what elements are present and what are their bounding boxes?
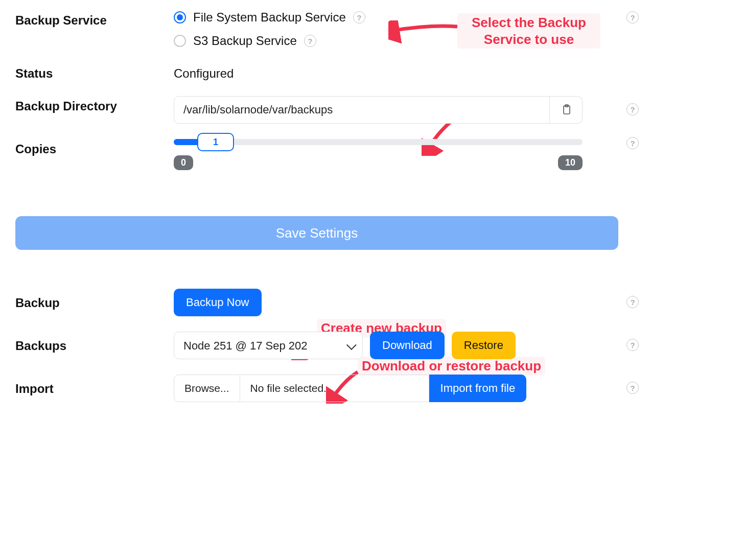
radio-s3-label: S3 Backup Service	[193, 34, 297, 48]
file-status-text: No file selected.	[240, 375, 429, 402]
slider-max-label: 10	[558, 155, 583, 170]
label-backup: Backup	[15, 289, 174, 310]
restore-button[interactable]: Restore	[452, 332, 516, 359]
help-icon[interactable]: ?	[626, 339, 639, 351]
help-icon[interactable]: ?	[626, 296, 639, 308]
copies-slider[interactable]: 1 0 10	[174, 139, 583, 170]
slider-thumb[interactable]: 1	[197, 133, 234, 151]
label-import: Import	[15, 375, 174, 396]
backup-now-button[interactable]: Backup Now	[174, 289, 262, 316]
status-value: Configured	[174, 63, 639, 81]
radio-file-system[interactable]	[174, 11, 186, 24]
label-backup-directory: Backup Directory	[15, 96, 174, 113]
help-icon[interactable]: ?	[353, 11, 365, 24]
label-backups: Backups	[15, 332, 174, 353]
radio-s3[interactable]	[174, 35, 186, 47]
backups-select[interactable]: Node 251 @ 17 Sep 202	[174, 332, 363, 359]
backup-directory-input[interactable]	[174, 96, 550, 124]
import-from-file-button[interactable]: Import from file	[429, 375, 527, 402]
save-settings-button[interactable]: Save Settings	[15, 216, 618, 250]
clipboard-icon[interactable]	[550, 96, 583, 124]
help-icon[interactable]: ?	[626, 382, 639, 394]
radio-file-system-label: File System Backup Service	[193, 10, 346, 25]
label-copies: Copies	[15, 139, 174, 156]
help-icon[interactable]: ?	[304, 35, 316, 47]
slider-min-label: 0	[174, 155, 193, 170]
help-icon[interactable]: ?	[626, 137, 639, 149]
help-icon[interactable]: ?	[626, 11, 639, 24]
browse-button[interactable]: Browse...	[174, 375, 240, 402]
help-icon[interactable]: ?	[626, 103, 639, 115]
annotation-download-restore: Download or restore backup	[358, 357, 545, 376]
label-status: Status	[15, 63, 174, 81]
label-backup-service: Backup Service	[15, 10, 174, 28]
download-button[interactable]: Download	[370, 332, 445, 359]
